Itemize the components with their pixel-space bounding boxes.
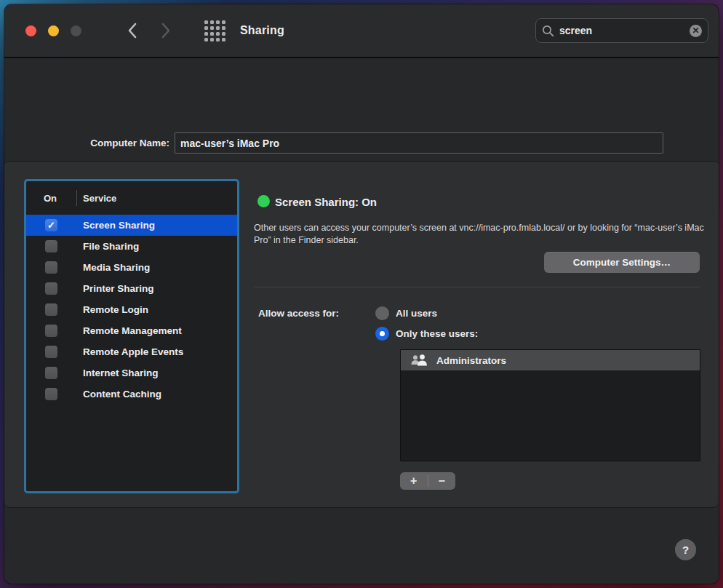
services-table-header: On Service [26,181,237,215]
service-row[interactable]: ✓File Sharing [26,236,237,257]
service-row[interactable]: ✓Remote Login [26,299,237,320]
minimize-window-button[interactable] [48,25,59,36]
footer-bar: ? [4,509,719,584]
service-checkbox[interactable]: ✓ [45,388,57,400]
column-divider [76,190,77,206]
computer-settings-button[interactable]: Computer Settings… [544,252,700,273]
add-user-button[interactable]: + [400,472,428,490]
computer-name-label: Computer Name: [4,138,169,148]
forward-arrow-icon [160,22,172,39]
remove-user-button[interactable]: − [428,472,456,490]
service-label: Media Sharing [83,262,150,273]
service-label: Screen Sharing [83,220,155,231]
service-checkbox[interactable]: ✓ [45,282,57,295]
detail-divider [255,287,700,287]
service-label: File Sharing [83,241,139,252]
user-name: Administrators [436,355,506,366]
service-row[interactable]: ✓Internet Sharing [26,362,237,384]
service-row[interactable]: ✓Printer Sharing [26,278,237,299]
user-rows: Administrators [401,350,700,370]
search-query-text: screen [559,25,684,36]
service-row[interactable]: ✓Remote Management [26,320,237,341]
service-row[interactable]: ✓Remote Apple Events [26,341,237,362]
page-title: Sharing [240,24,284,37]
service-row[interactable]: ✓Content Caching [26,384,237,405]
service-label: Remote Apple Events [83,346,183,357]
computer-name-section: Computer Name: mac-user’s iMac Pro Compu… [4,60,719,160]
service-label: Internet Sharing [83,368,159,378]
zoom-window-button [71,25,81,36]
service-status-title: Screen Sharing: On [275,196,377,208]
add-remove-user-control: + − [400,472,455,490]
radio-only-these-users-label: Only these users: [396,328,478,339]
clear-search-icon[interactable]: ✕ [690,25,702,37]
search-icon [542,25,554,37]
radio-all-users-label: All users [396,308,437,319]
service-checkbox[interactable]: ✓ [45,367,57,379]
services-table[interactable]: On Service ✓Screen Sharing✓File Sharing✓… [26,181,237,491]
services-rows: ✓Screen Sharing✓File Sharing✓Media Shari… [26,215,237,405]
radio-button-all-users[interactable] [375,306,389,320]
service-checkbox[interactable]: ✓ [45,240,57,253]
title-bar: Sharing screen ✕ [4,4,719,58]
service-checkbox[interactable]: ✓ [45,261,57,274]
service-checkbox[interactable]: ✓ [45,219,57,231]
column-header-service: Service [83,193,116,204]
service-description: Other users can access your computer’s s… [254,222,706,247]
search-input[interactable]: screen ✕ [535,18,708,43]
traffic-lights [25,25,81,36]
checkmark-icon: ✓ [47,220,55,230]
allow-access-label: Allow access for: [258,308,339,319]
service-checkbox[interactable]: ✓ [45,303,57,316]
service-label: Printer Sharing [83,283,154,294]
computer-name-field[interactable]: mac-user’s iMac Pro [175,132,663,154]
column-header-on: On [44,193,57,204]
user-row[interactable]: Administrators [401,350,700,370]
service-checkbox[interactable]: ✓ [45,346,57,358]
service-checkbox[interactable]: ✓ [45,325,57,337]
radio-only-these-users[interactable]: Only these users: [375,327,478,341]
close-window-button[interactable] [25,25,36,36]
service-label: Remote Login [83,304,148,315]
allowed-users-list[interactable]: Administrators [400,349,700,461]
service-label: Remote Management [83,325,182,336]
help-button[interactable]: ? [675,539,696,560]
back-arrow-icon[interactable] [127,22,138,39]
service-row[interactable]: ✓Screen Sharing [26,215,237,236]
service-label: Content Caching [83,389,161,400]
group-users-icon [410,354,428,367]
sharing-preferences-window: Sharing screen ✕ Computer Name: mac-user… [4,4,719,584]
show-all-grid-icon[interactable] [204,20,225,41]
service-row[interactable]: ✓Media Sharing [26,257,237,278]
radio-all-users[interactable]: All users [375,306,437,320]
sharing-content-panel: On Service ✓Screen Sharing✓File Sharing✓… [4,161,719,508]
service-status-indicator [257,195,270,207]
radio-button-only-these-users[interactable] [375,327,389,341]
